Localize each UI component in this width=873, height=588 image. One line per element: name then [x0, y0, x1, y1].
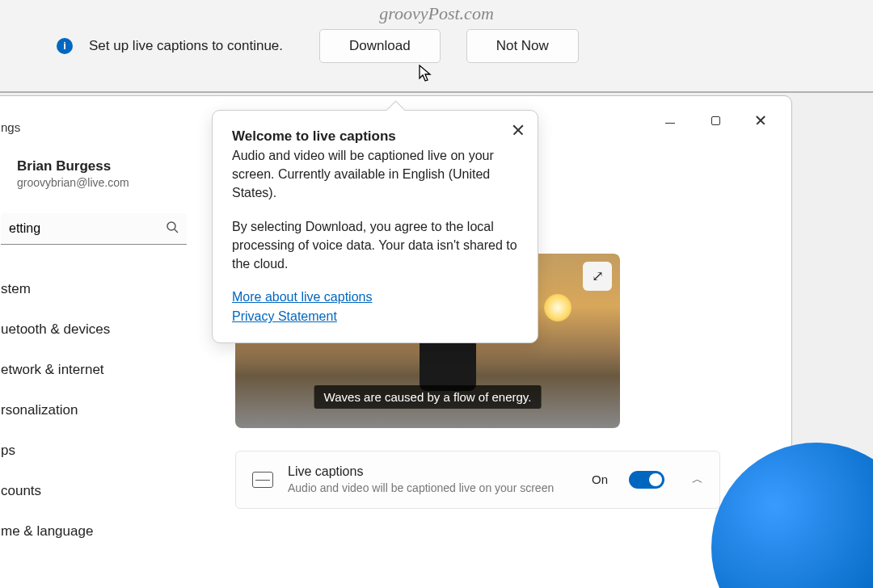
captions-icon	[252, 472, 273, 488]
search-icon[interactable]	[167, 221, 179, 236]
toggle-state-label: On	[592, 472, 608, 486]
flyout-title: Welcome to live captions	[232, 128, 518, 145]
download-button[interactable]: Download	[319, 29, 441, 63]
not-now-button[interactable]: Not Now	[466, 29, 579, 63]
privacy-statement-link[interactable]: Privacy Statement	[232, 307, 518, 326]
sun-graphic	[544, 294, 571, 321]
expand-icon[interactable]: ⤢	[583, 262, 612, 291]
sidebar-item-time-language[interactable]: me & language	[1, 511, 219, 552]
sidebar-item-apps[interactable]: ps	[1, 430, 219, 471]
sidebar: ngs Brian Burgess groovybrian@live.com s…	[0, 96, 219, 588]
sidebar-item-bluetooth[interactable]: uetooth & devices	[1, 309, 219, 350]
sidebar-item-network[interactable]: etwork & internet	[1, 350, 219, 390]
flyout-paragraph-1: Audio and video will be captioned live o…	[232, 146, 518, 203]
svg-point-0	[167, 222, 175, 230]
live-captions-option[interactable]: Live captions Audio and video will be ca…	[235, 451, 720, 509]
watermark-text: groovyPost.com	[379, 3, 494, 24]
flyout-close-button[interactable]	[510, 122, 526, 138]
svg-line-1	[175, 229, 178, 233]
more-about-link[interactable]: More about live captions	[232, 288, 518, 307]
chevron-up-icon[interactable]: ︿	[692, 472, 703, 487]
live-captions-toggle[interactable]	[629, 471, 664, 489]
flyout-paragraph-2: By selecting Download, you agree to the …	[232, 217, 518, 274]
user-email: groovybrian@live.com	[17, 176, 219, 189]
option-subtitle: Audio and video will be captioned live o…	[288, 481, 577, 495]
option-title: Live captions	[288, 464, 577, 479]
sidebar-item-system[interactable]: stem	[1, 269, 219, 309]
nav-list: stem uetooth & devices etwork & internet…	[0, 261, 219, 552]
user-name: Brian Burgess	[17, 158, 219, 174]
sidebar-item-accounts[interactable]: counts	[1, 471, 219, 511]
sidebar-item-personalization[interactable]: rsonalization	[1, 390, 219, 430]
app-title: ngs	[0, 112, 219, 134]
video-caption: Waves are caused by a flow of energy.	[314, 385, 542, 409]
search-input[interactable]	[1, 213, 187, 245]
info-icon: i	[57, 38, 73, 54]
notification-text: Set up live captions to continue.	[89, 38, 283, 54]
user-block[interactable]: Brian Burgess groovybrian@live.com	[0, 134, 219, 189]
welcome-flyout: Welcome to live captions Audio and video…	[212, 110, 538, 343]
